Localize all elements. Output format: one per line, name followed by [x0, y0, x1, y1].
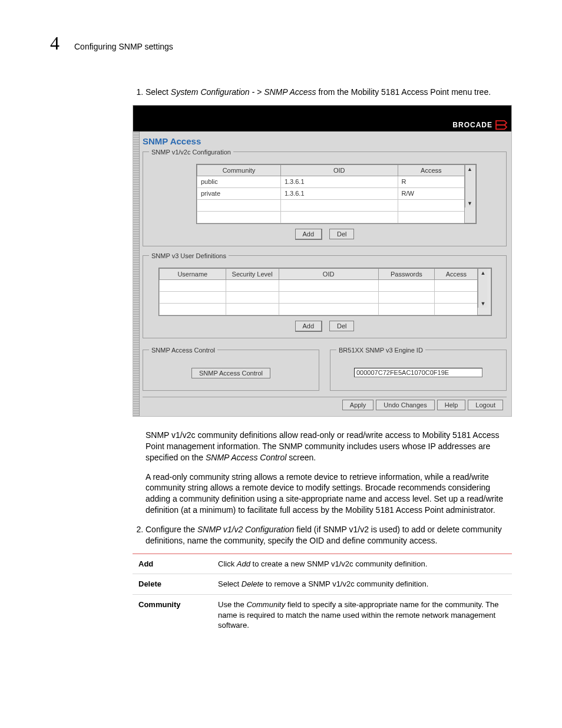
table-row[interactable] [197, 199, 476, 211]
cell[interactable]: R [398, 176, 465, 187]
def-desc: Use the Community field to specify a sit… [212, 595, 512, 635]
scroll-up-icon[interactable]: ▲ [480, 269, 485, 277]
page-header: 4 Configuring SNMP settings [50, 32, 512, 54]
def-term: Add [133, 554, 212, 574]
step-2: Configure the SNMP v1/v2 Configuration f… [146, 524, 512, 546]
col-access[interactable]: Access [398, 164, 465, 176]
scroll-down-icon[interactable]: ▼ [480, 299, 485, 308]
def-term: Community [133, 595, 212, 635]
col-oid2[interactable]: OID [279, 268, 378, 279]
cell[interactable]: private [197, 187, 281, 199]
col-access2[interactable]: Access [435, 268, 478, 279]
table-row[interactable]: private 1.3.6.1 R/W [197, 187, 476, 199]
engine-id-group: BR51XX SNMP v3 Engine ID [330, 347, 507, 391]
brand-text: BROCADE [452, 121, 492, 129]
group-legend: BR51XX SNMP v3 Engine ID [336, 347, 425, 354]
cell[interactable]: 1.3.6.1 [280, 176, 398, 187]
table-row[interactable] [160, 279, 491, 291]
undo-changes-button[interactable]: Undo Changes [376, 400, 434, 410]
table-row[interactable] [160, 291, 491, 303]
step-1: Select System Configuration - > SNMP Acc… [146, 87, 512, 98]
definitions-table: Add Click Add to create a new SNMP v1/v2… [133, 554, 512, 635]
body-paragraph: SNMP v1/v2c community definitions allow … [146, 430, 512, 463]
table-row[interactable] [197, 211, 476, 223]
del-button[interactable]: Del [329, 229, 355, 239]
snmp-access-screenshot: BROCADE SNMP Access SNMP v1/v2c Configur… [133, 105, 512, 417]
snmp-access-control-group: SNMP Access Control SNMP Access Control [143, 347, 319, 391]
table-scrollbar[interactable]: ▲ ▼ [478, 269, 487, 308]
group-legend: SNMP v3 User Definitions [149, 252, 229, 259]
sidebar-handle[interactable] [133, 131, 140, 416]
add-button[interactable]: Add [295, 321, 323, 332]
engine-id-field[interactable] [354, 368, 482, 377]
button-bar: Apply Undo Changes Help Logout [143, 397, 507, 413]
chapter-title: Configuring SNMP settings [74, 42, 173, 51]
group-legend: SNMP Access Control [149, 347, 217, 354]
col-username[interactable]: Username [160, 268, 226, 279]
body-paragraph: A read-only community string allows a re… [146, 472, 512, 516]
def-desc: Select Delete to remove a SNMP v1/v2c co… [212, 574, 512, 595]
apply-button[interactable]: Apply [342, 400, 374, 410]
page-title: SNMP Access [143, 136, 507, 146]
col-community[interactable]: Community [197, 164, 281, 176]
snmp-v1v2c-config-group: SNMP v1/v2c Configuration Community OID … [143, 149, 507, 246]
add-button[interactable]: Add [295, 229, 323, 240]
table-row[interactable]: public 1.3.6.1 R [197, 176, 476, 187]
help-button[interactable]: Help [437, 400, 466, 410]
scroll-down-icon[interactable]: ▼ [467, 199, 472, 207]
table-scrollbar[interactable]: ▲ ▼ [465, 165, 474, 207]
col-passwords[interactable]: Passwords [378, 268, 435, 279]
user-table: Username Security Level OID Passwords Ac… [159, 268, 491, 315]
del-button[interactable]: Del [329, 321, 355, 331]
cell[interactable]: 1.3.6.1 [280, 187, 398, 199]
brand-row: BROCADE [133, 118, 511, 131]
chapter-number: 4 [50, 32, 59, 54]
cell[interactable]: R/W [398, 187, 465, 199]
snmp-access-control-button[interactable]: SNMP Access Control [191, 368, 270, 378]
def-term: Delete [133, 574, 212, 595]
col-oid[interactable]: OID [280, 164, 398, 176]
table-row[interactable] [160, 303, 491, 315]
snmp-v3-user-group: SNMP v3 User Definitions Username Securi… [143, 252, 507, 338]
def-desc: Click Add to create a new SNMP v1/v2c co… [212, 554, 512, 574]
cell[interactable]: public [197, 176, 281, 187]
community-table: Community OID Access ▲ ▼ [197, 164, 476, 223]
brocade-logo-icon [495, 120, 508, 130]
group-legend: SNMP v1/v2c Configuration [149, 149, 233, 156]
col-seclevel[interactable]: Security Level [226, 268, 279, 279]
scroll-up-icon[interactable]: ▲ [467, 165, 472, 173]
logout-button[interactable]: Logout [468, 400, 503, 410]
